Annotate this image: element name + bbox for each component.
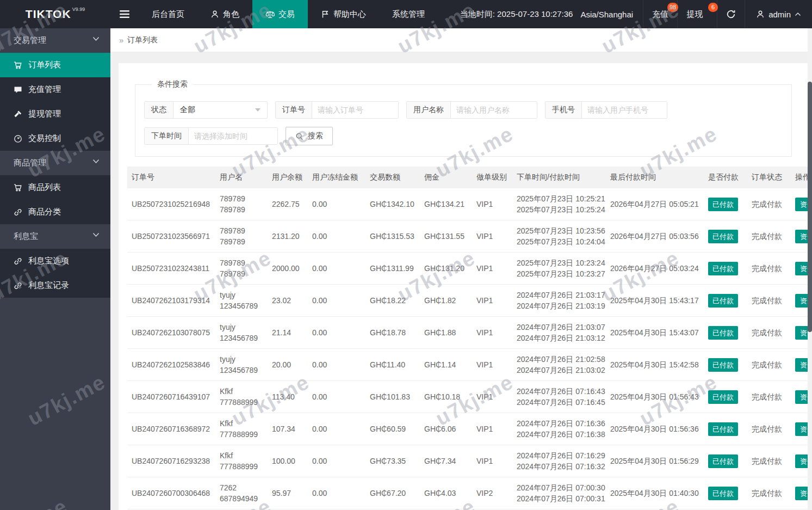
funds-button[interactable]: 资金 <box>795 422 808 436</box>
cell-order-time: 2024年07月26日 07:00:30 2024年07月26日 07:00:3… <box>512 477 606 509</box>
paid-status-badge: 已付款 <box>708 230 738 243</box>
funds-button[interactable]: 资金 <box>795 487 808 500</box>
cell-level: VIP2 <box>472 477 512 509</box>
funds-button[interactable]: 资金 <box>795 358 808 372</box>
funds-button[interactable]: 资金 <box>795 230 808 243</box>
username-input[interactable] <box>451 102 537 118</box>
funds-button[interactable]: 资金 <box>795 326 808 340</box>
vertical-scrollbar-track[interactable] <box>808 28 812 510</box>
cell-level: VIP1 <box>472 381 512 413</box>
funds-button[interactable]: 资金 <box>795 262 808 275</box>
username-label: 用户名称 <box>407 102 451 118</box>
cell-amount: GH₵101.83 <box>365 381 420 413</box>
sidebar-item-label: 交易控制 <box>28 133 61 144</box>
cell-amount: GH₵1315.53 <box>365 220 420 253</box>
order-time-line2: 2025年07月23日 10:23:27 <box>517 268 602 279</box>
cell-last-pay-time: 2025年04月30日 15:43:17 <box>606 285 704 317</box>
cell-order-time: 2024年07月26日 07:16:43 2024年07月26日 07:16:4… <box>512 381 606 413</box>
table-row: UB2407262103078075 tyujy 123456789 21.14… <box>127 317 808 349</box>
table-row: UB2507231023243811 789789 789789 2000.00… <box>127 253 808 285</box>
sidebar-item-order-list[interactable]: 订单列表 <box>0 53 110 77</box>
app-logo[interactable]: TIKTOK V9.99 <box>0 0 110 28</box>
cell-amount: GH₵1311.99 <box>365 253 420 285</box>
table-row: UB2407260716293238 Kfkf 777888999 100.00… <box>127 445 808 477</box>
sidebar-item-trade-control[interactable]: 交易控制 <box>0 126 110 151</box>
chevron-down-icon <box>92 232 100 237</box>
sidebar-item-product-list[interactable]: 商品列表 <box>0 175 110 200</box>
sidebar-group-product-management[interactable]: 商品管理 <box>0 151 110 175</box>
sidebar-item-product-category[interactable]: 商品分类 <box>0 200 110 224</box>
cell-balance: 21.14 <box>268 317 308 349</box>
cell-frozen: 0.00 <box>308 188 365 220</box>
cell-commission: GH₵131.55 <box>420 220 472 253</box>
sidebar-item-interest-records[interactable]: 利息宝记录 <box>0 273 110 298</box>
funds-button[interactable]: 资金 <box>795 198 808 211</box>
recharge-link[interactable]: 充值 98 <box>643 0 677 28</box>
table-row: UB2507231023566971 789789 789789 2131.20… <box>127 220 808 253</box>
nav-item-help-center[interactable]: 帮助中心 <box>308 0 379 28</box>
link-icon <box>14 208 22 217</box>
sidebar-group-trade-management[interactable]: 交易管理 <box>0 28 110 53</box>
cell-actions: 资金 <box>791 413 808 445</box>
nav-item-roles[interactable]: 角色 <box>197 0 252 28</box>
col-header-username: 用户名 <box>215 167 268 188</box>
hamburger-menu-icon[interactable] <box>110 0 139 28</box>
cell-order-no: UB2407260716439107 <box>127 381 215 413</box>
content-area: 条件搜索 状态 全部 订单号 用户名称 手 <box>110 52 812 510</box>
order-time-line1: 2025年07月23日 10:23:56 <box>517 225 602 236</box>
paid-status-badge: 已付款 <box>708 198 738 211</box>
withdraw-link[interactable]: 提现 6 <box>677 0 717 28</box>
timezone-text: Asia/Shanghai <box>580 10 633 19</box>
status-select[interactable]: 全部 <box>173 102 267 118</box>
vertical-scrollbar-thumb[interactable] <box>808 82 812 332</box>
cell-order-status: 完成付款 <box>747 220 791 253</box>
user-menu[interactable]: admin <box>745 0 812 28</box>
local-time-text: 当地时间: 2025-07-23 10:27:36 <box>460 9 573 20</box>
sidebar-group-interest-treasure[interactable]: 利息宝 <box>0 224 110 249</box>
status-filter-group: 状态 全部 <box>144 101 268 119</box>
cell-order-time: 2024年07月26日 07:16:29 2024年07月26日 07:16:3… <box>512 445 606 477</box>
nav-item-label: 帮助中心 <box>333 9 366 20</box>
funds-button[interactable]: 资金 <box>795 390 808 404</box>
col-header-order-status: 订单状态 <box>747 167 791 188</box>
cell-amount: GH₵60.59 <box>365 413 420 445</box>
cell-level: VIP1 <box>472 188 512 220</box>
order-table: 订单号 用户名 用户余额 用户冻结金额 交易数额 佣金 做单级别 下单时间/付款… <box>127 167 808 510</box>
order-no-label: 订单号 <box>276 102 312 118</box>
sidebar-item-recharge-management[interactable]: 充值管理 <box>0 77 110 102</box>
order-time-filter-group: 下单时间 <box>144 127 278 145</box>
nav-item-system[interactable]: 系统管理 <box>379 0 438 28</box>
cell-actions: 资金 <box>791 188 808 220</box>
nav-item-home[interactable]: 后台首页 <box>139 0 197 28</box>
order-time-input[interactable] <box>189 128 277 144</box>
search-button[interactable]: 搜索 <box>286 127 333 145</box>
cell-order-no: UB2507231023566971 <box>127 220 215 253</box>
sidebar-item-withdraw-management[interactable]: 提现管理 <box>0 102 110 126</box>
nav-item-trade[interactable]: 交易 <box>252 0 308 28</box>
cell-frozen: 0.00 <box>308 381 365 413</box>
order-table-wrap: 订单号 用户名 用户余额 用户冻结金额 交易数额 佣金 做单级别 下单时间/付款… <box>127 167 808 510</box>
order-time-line2: 2024年07月26日 07:16:38 <box>517 429 602 440</box>
order-time-line2: 2024年07月26日 07:16:32 <box>517 461 602 472</box>
funds-button[interactable]: 资金 <box>795 454 808 468</box>
cell-username: 789789 789789 <box>215 253 268 285</box>
refresh-button[interactable] <box>717 0 745 28</box>
order-no-input[interactable] <box>312 102 398 118</box>
cell-username: tyujy 123456789 <box>215 285 268 317</box>
hammer-icon <box>14 110 22 119</box>
funds-button[interactable]: 资金 <box>795 294 808 308</box>
order-time-line1: 2024年07月26日 21:02:58 <box>517 354 602 365</box>
cell-order-time: 2024年07月26日 21:02:58 2024年07月26日 21:03:0… <box>512 349 606 381</box>
cell-last-pay-time: 2025年04月30日 15:42:58 <box>606 349 704 381</box>
username-line1: 789789 <box>220 225 263 236</box>
cell-paid: 已付款 <box>704 253 747 285</box>
order-time-label: 下单时间 <box>145 128 189 144</box>
username-line1: Kfkf <box>220 386 263 397</box>
phone-input[interactable] <box>582 102 667 118</box>
table-row: UB2407262102583846 tyujy 123456789 20.00… <box>127 349 808 381</box>
cell-order-no: UB2407262103179314 <box>127 285 215 317</box>
cell-level: VIP1 <box>472 413 512 445</box>
nav-item-label: 系统管理 <box>392 9 425 20</box>
sidebar-item-interest-options[interactable]: 利息宝选项 <box>0 249 110 273</box>
search-row-1: 状态 全部 订单号 用户名称 手机号 <box>144 101 783 119</box>
